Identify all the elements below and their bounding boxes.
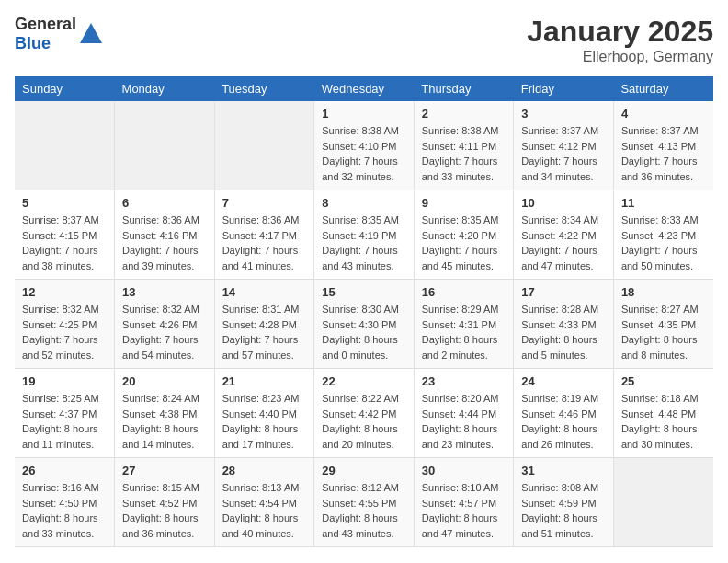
day-info: Sunrise: 8:38 AMSunset: 4:10 PMDaylight:…: [322, 123, 406, 184]
calendar-week-5: 26Sunrise: 8:16 AMSunset: 4:50 PMDayligh…: [15, 458, 713, 547]
logo-general-text: General: [15, 15, 76, 33]
day-number: 8: [322, 196, 406, 210]
calendar-cell: 28Sunrise: 8:13 AMSunset: 4:54 PMDayligh…: [214, 458, 314, 547]
day-number: 4: [621, 107, 706, 121]
day-number: 17: [521, 285, 606, 299]
calendar-cell: [214, 101, 314, 190]
day-number: 29: [322, 464, 406, 477]
day-info: Sunrise: 8:27 AMSunset: 4:35 PMDaylight:…: [621, 302, 706, 362]
calendar-cell: 15Sunrise: 8:30 AMSunset: 4:30 PMDayligh…: [314, 280, 415, 369]
day-info: Sunrise: 8:22 AMSunset: 4:42 PMDaylight:…: [322, 391, 406, 452]
day-info: Sunrise: 8:20 AMSunset: 4:44 PMDaylight:…: [422, 391, 506, 452]
day-info: Sunrise: 8:24 AMSunset: 4:38 PMDaylight:…: [122, 391, 207, 452]
page-title: January 2025: [527, 15, 713, 49]
page-subtitle: Ellerhoop, Germany: [527, 49, 713, 65]
day-number: 10: [521, 196, 606, 210]
day-number: 5: [22, 196, 107, 210]
day-number: 16: [422, 285, 506, 299]
calendar-cell: 10Sunrise: 8:34 AMSunset: 4:22 PMDayligh…: [514, 190, 614, 280]
day-info: Sunrise: 8:35 AMSunset: 4:19 PMDaylight:…: [322, 213, 406, 273]
day-info: Sunrise: 8:23 AMSunset: 4:40 PMDaylight:…: [222, 391, 307, 452]
day-number: 6: [122, 196, 207, 210]
day-info: Sunrise: 8:13 AMSunset: 4:54 PMDaylight:…: [222, 480, 307, 541]
day-number: 30: [422, 464, 506, 477]
day-info: Sunrise: 8:37 AMSunset: 4:15 PMDaylight:…: [22, 213, 107, 273]
calendar-cell: 16Sunrise: 8:29 AMSunset: 4:31 PMDayligh…: [414, 280, 514, 369]
calendar-cell: 21Sunrise: 8:23 AMSunset: 4:40 PMDayligh…: [214, 369, 314, 458]
calendar-cell: 7Sunrise: 8:36 AMSunset: 4:17 PMDaylight…: [214, 190, 314, 280]
calendar-cell: 12Sunrise: 8:32 AMSunset: 4:25 PMDayligh…: [15, 280, 115, 369]
calendar-week-2: 5Sunrise: 8:37 AMSunset: 4:15 PMDaylight…: [15, 190, 713, 280]
title-area: January 2025 Ellerhoop, Germany: [527, 15, 713, 65]
calendar-cell: 5Sunrise: 8:37 AMSunset: 4:15 PMDaylight…: [15, 190, 115, 280]
day-info: Sunrise: 8:38 AMSunset: 4:11 PMDaylight:…: [422, 123, 506, 184]
day-info: Sunrise: 8:19 AMSunset: 4:46 PMDaylight:…: [521, 391, 606, 452]
calendar-cell: 9Sunrise: 8:35 AMSunset: 4:20 PMDaylight…: [414, 190, 514, 280]
day-number: 18: [621, 285, 706, 299]
day-number: 28: [222, 464, 307, 477]
svg-marker-0: [80, 23, 102, 43]
weekday-header-friday: Friday: [514, 76, 614, 101]
calendar-cell: 3Sunrise: 8:37 AMSunset: 4:12 PMDaylight…: [514, 101, 614, 190]
calendar-cell: 23Sunrise: 8:20 AMSunset: 4:44 PMDayligh…: [414, 369, 514, 458]
calendar-cell: 31Sunrise: 8:08 AMSunset: 4:59 PMDayligh…: [514, 458, 614, 547]
calendar-cell: 8Sunrise: 8:35 AMSunset: 4:19 PMDaylight…: [314, 190, 415, 280]
day-info: Sunrise: 8:33 AMSunset: 4:23 PMDaylight:…: [621, 213, 706, 273]
calendar-cell: 29Sunrise: 8:12 AMSunset: 4:55 PMDayligh…: [314, 458, 415, 547]
day-info: Sunrise: 8:36 AMSunset: 4:16 PMDaylight:…: [122, 213, 207, 273]
calendar-cell: 27Sunrise: 8:15 AMSunset: 4:52 PMDayligh…: [115, 458, 215, 547]
calendar-cell: 1Sunrise: 8:38 AMSunset: 4:10 PMDaylight…: [314, 101, 415, 190]
day-info: Sunrise: 8:32 AMSunset: 4:26 PMDaylight:…: [122, 302, 207, 362]
day-info: Sunrise: 8:29 AMSunset: 4:31 PMDaylight:…: [422, 302, 506, 362]
day-info: Sunrise: 8:31 AMSunset: 4:28 PMDaylight:…: [222, 302, 307, 362]
day-number: 19: [22, 374, 107, 388]
logo: General Blue: [15, 15, 104, 53]
calendar-cell: 18Sunrise: 8:27 AMSunset: 4:35 PMDayligh…: [613, 280, 713, 369]
day-info: Sunrise: 8:32 AMSunset: 4:25 PMDaylight:…: [22, 302, 107, 362]
day-info: Sunrise: 8:34 AMSunset: 4:22 PMDaylight:…: [521, 213, 606, 273]
day-number: 13: [122, 285, 207, 299]
calendar-week-3: 12Sunrise: 8:32 AMSunset: 4:25 PMDayligh…: [15, 280, 713, 369]
day-info: Sunrise: 8:36 AMSunset: 4:17 PMDaylight:…: [222, 213, 307, 273]
logo-icon: [78, 21, 104, 47]
day-info: Sunrise: 8:28 AMSunset: 4:33 PMDaylight:…: [521, 302, 606, 362]
day-info: Sunrise: 8:25 AMSunset: 4:37 PMDaylight:…: [22, 391, 107, 452]
weekday-header-saturday: Saturday: [613, 76, 713, 101]
day-number: 3: [521, 107, 606, 121]
day-number: 7: [222, 196, 307, 210]
day-info: Sunrise: 8:37 AMSunset: 4:12 PMDaylight:…: [521, 123, 606, 184]
day-number: 26: [22, 464, 107, 477]
weekday-header-row: SundayMondayTuesdayWednesdayThursdayFrid…: [15, 76, 713, 101]
day-number: 2: [422, 107, 506, 121]
calendar-week-1: 1Sunrise: 8:38 AMSunset: 4:10 PMDaylight…: [15, 101, 713, 190]
day-number: 15: [322, 285, 406, 299]
calendar-cell: 4Sunrise: 8:37 AMSunset: 4:13 PMDaylight…: [613, 101, 713, 190]
day-info: Sunrise: 8:18 AMSunset: 4:48 PMDaylight:…: [621, 391, 706, 452]
weekday-header-monday: Monday: [115, 76, 215, 101]
calendar-cell: 17Sunrise: 8:28 AMSunset: 4:33 PMDayligh…: [514, 280, 614, 369]
weekday-header-sunday: Sunday: [15, 76, 115, 101]
day-info: Sunrise: 8:35 AMSunset: 4:20 PMDaylight:…: [422, 213, 506, 273]
day-number: 27: [122, 464, 207, 477]
calendar-cell: 22Sunrise: 8:22 AMSunset: 4:42 PMDayligh…: [314, 369, 415, 458]
calendar-cell: 25Sunrise: 8:18 AMSunset: 4:48 PMDayligh…: [613, 369, 713, 458]
day-number: 23: [422, 374, 506, 388]
day-number: 21: [222, 374, 307, 388]
calendar-cell: 20Sunrise: 8:24 AMSunset: 4:38 PMDayligh…: [115, 369, 215, 458]
day-number: 1: [322, 107, 406, 121]
calendar-cell: 13Sunrise: 8:32 AMSunset: 4:26 PMDayligh…: [115, 280, 215, 369]
day-number: 20: [122, 374, 207, 388]
day-number: 9: [422, 196, 506, 210]
calendar-cell: 14Sunrise: 8:31 AMSunset: 4:28 PMDayligh…: [214, 280, 314, 369]
calendar-table: SundayMondayTuesdayWednesdayThursdayFrid…: [15, 76, 713, 547]
day-number: 25: [621, 374, 706, 388]
day-info: Sunrise: 8:10 AMSunset: 4:57 PMDaylight:…: [422, 480, 506, 541]
weekday-header-wednesday: Wednesday: [314, 76, 415, 101]
calendar-cell: 6Sunrise: 8:36 AMSunset: 4:16 PMDaylight…: [115, 190, 215, 280]
day-number: 12: [22, 285, 107, 299]
calendar-cell: 11Sunrise: 8:33 AMSunset: 4:23 PMDayligh…: [613, 190, 713, 280]
calendar-cell: 2Sunrise: 8:38 AMSunset: 4:11 PMDaylight…: [414, 101, 514, 190]
calendar-cell: [115, 101, 215, 190]
calendar-cell: [613, 458, 713, 547]
day-info: Sunrise: 8:37 AMSunset: 4:13 PMDaylight:…: [621, 123, 706, 184]
